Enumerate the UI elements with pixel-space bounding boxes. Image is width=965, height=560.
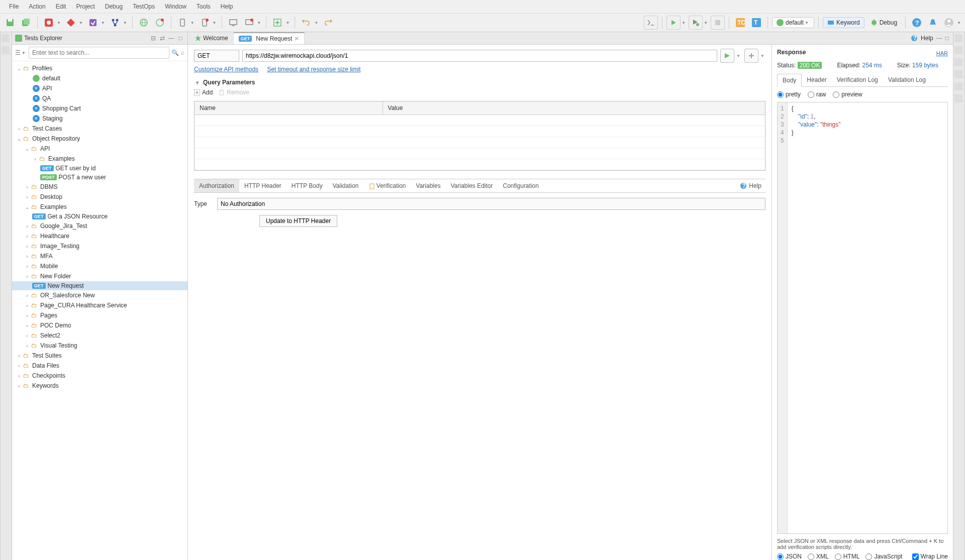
format-pretty[interactable]: pretty (777, 91, 801, 98)
response-body-viewer[interactable]: 12345 { "id": 1, "value": "things" } (777, 102, 948, 534)
tc-icon[interactable]: TC (733, 16, 747, 30)
desktop-icon[interactable] (226, 16, 240, 30)
collapse-all-icon[interactable]: ⊟ (149, 34, 157, 42)
customize-api-link[interactable]: Customize API methods (194, 66, 258, 73)
menu-debug[interactable]: Debug (100, 1, 128, 12)
tree-item[interactable]: default (42, 75, 60, 82)
maximize-icon[interactable]: □ (176, 34, 184, 42)
menu-edit[interactable]: Edit (51, 1, 71, 12)
tab-welcome[interactable]: Welcome (190, 33, 234, 44)
gutter-icon[interactable] (954, 94, 963, 103)
tree-item[interactable]: Examples (48, 155, 75, 162)
dropdown-icon[interactable]: ▼ (79, 21, 83, 25)
twisty-icon[interactable]: › (24, 184, 30, 190)
tree-item[interactable]: Healthcare (40, 233, 69, 240)
dropdown-icon[interactable]: ▼ (682, 21, 686, 25)
add-request-icon[interactable] (744, 49, 758, 63)
tree-api[interactable]: API (40, 145, 50, 152)
gutter-help-icon[interactable] (2, 34, 11, 43)
har-link[interactable]: HAR (936, 50, 948, 56)
maximize-icon[interactable]: □ (945, 35, 949, 42)
twisty-icon[interactable]: ⌄ (24, 204, 30, 210)
dropdown-icon[interactable]: ▼ (285, 21, 290, 25)
tab-configuration[interactable]: Configuration (498, 179, 544, 192)
search-icon[interactable]: 🔍 (171, 49, 179, 56)
auth-type-select[interactable] (217, 198, 765, 210)
menu-file[interactable]: File (4, 1, 24, 12)
search-input[interactable] (29, 47, 169, 59)
twisty-icon[interactable]: › (24, 313, 30, 318)
tree-item[interactable]: POC Demo (40, 322, 71, 329)
menu-project[interactable]: Project (71, 1, 100, 12)
save-all-icon[interactable] (19, 16, 33, 30)
terminal-icon[interactable] (644, 16, 658, 30)
twisty-icon[interactable]: › (24, 254, 30, 259)
dropdown-icon[interactable]: ▼ (190, 21, 195, 25)
profile-selector[interactable]: default▼ (772, 17, 814, 28)
tree-new-request[interactable]: New Request (48, 282, 84, 289)
lang-js[interactable]: JavaScript (865, 553, 902, 560)
tree-item[interactable]: Visual Testing (40, 342, 77, 349)
tab-http-header[interactable]: HTTP Header (239, 179, 286, 192)
dropdown-icon[interactable]: ▼ (704, 21, 708, 25)
tree-item[interactable]: Shopping Cart (42, 105, 81, 112)
lang-json[interactable]: JSON (777, 553, 802, 560)
tree-item[interactable]: Mobile (40, 263, 58, 270)
lang-xml[interactable]: XML (808, 553, 829, 560)
help-link[interactable]: Help (749, 182, 761, 189)
tree-item[interactable]: Examples (40, 203, 67, 210)
stop-icon[interactable] (711, 16, 725, 30)
twisty-icon[interactable]: › (24, 303, 30, 308)
tree-item[interactable]: DBMS (40, 183, 58, 190)
twisty-icon[interactable]: ▾ (194, 80, 200, 85)
minimize-icon[interactable]: — (936, 35, 942, 42)
dropdown-icon[interactable]: ▼ (736, 54, 740, 58)
dropdown-icon[interactable]: ▼ (123, 21, 127, 25)
method-select[interactable] (194, 50, 239, 62)
tree-keywords[interactable]: Keywords (32, 382, 59, 389)
twisty-icon[interactable]: ⌄ (16, 66, 22, 71)
menu-help[interactable]: Help (216, 1, 238, 12)
tree-item[interactable]: Pages (40, 312, 57, 319)
dropdown-icon[interactable]: ▼ (213, 21, 217, 25)
tree-item[interactable]: QA (42, 95, 51, 102)
tab-verification-log[interactable]: Verification Log (832, 74, 883, 86)
twisty-icon[interactable]: › (32, 156, 38, 162)
device-icon[interactable] (175, 16, 189, 30)
close-icon[interactable]: ✕ (294, 35, 299, 42)
tree-item[interactable]: API (42, 85, 52, 92)
tree-profiles[interactable]: Profiles (32, 65, 52, 72)
tab-validation-log[interactable]: Validation Log (883, 74, 931, 86)
twisty-icon[interactable]: › (16, 383, 22, 389)
tab-body[interactable]: Body (777, 74, 802, 87)
dropdown-icon[interactable]: ▼ (57, 21, 61, 25)
tab-authorization[interactable]: Authorization (194, 179, 239, 192)
dropdown-icon[interactable]: ▼ (22, 51, 26, 55)
tree-item[interactable]: MFA (40, 253, 53, 260)
format-raw[interactable]: raw (808, 91, 826, 98)
minimize-icon[interactable]: — (167, 34, 175, 42)
menu-window[interactable]: Window (160, 1, 191, 12)
gutter-icon[interactable] (954, 82, 963, 91)
bell-icon[interactable] (926, 16, 940, 30)
twisty-icon[interactable]: › (24, 194, 30, 200)
tab-new-request[interactable]: GETNew Request✕ (234, 32, 305, 44)
tree-item[interactable]: OR_Salesforce New (40, 292, 95, 299)
twisty-icon[interactable]: › (24, 323, 30, 328)
gutter-icon[interactable] (954, 46, 963, 55)
twisty-icon[interactable]: › (16, 353, 22, 359)
lang-html[interactable]: HTML (835, 553, 860, 560)
dropdown-icon[interactable]: ▼ (257, 21, 261, 25)
dropdown-icon[interactable]: ▼ (314, 21, 318, 25)
spy-icon[interactable] (86, 16, 100, 30)
tree-checkpoints[interactable]: Checkpoints (32, 372, 65, 379)
tree-item[interactable]: Select2 (40, 332, 60, 339)
table-row[interactable] (195, 126, 765, 137)
keyword-button[interactable]: Keyword (823, 17, 864, 28)
user-icon[interactable] (942, 16, 956, 30)
tree-test-suites[interactable]: Test Suites (32, 352, 62, 359)
desktop-rec-icon[interactable] (242, 16, 256, 30)
gutter-icon[interactable] (954, 34, 963, 43)
table-row[interactable] (195, 148, 765, 159)
add-icon[interactable] (270, 16, 284, 30)
